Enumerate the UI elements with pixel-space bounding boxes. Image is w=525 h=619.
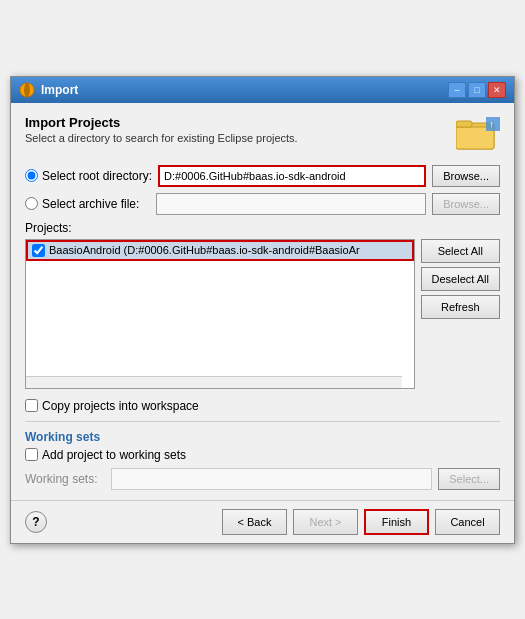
next-button[interactable]: Next > — [293, 509, 358, 535]
root-browse-button[interactable]: Browse... — [432, 165, 500, 187]
list-item[interactable]: BaasioAndroid (D:#0006.GitHub#baas.io-sd… — [26, 240, 414, 261]
working-sets-dropdown[interactable] — [111, 468, 432, 490]
eclipse-icon — [19, 82, 35, 98]
back-button[interactable]: < Back — [222, 509, 287, 535]
dialog-body: Import Projects Select a directory to se… — [11, 103, 514, 500]
working-sets-label: Working sets: — [25, 472, 105, 486]
projects-list[interactable]: BaasioAndroid (D:#0006.GitHub#baas.io-sd… — [25, 239, 415, 389]
project-checkbox[interactable] — [32, 244, 45, 257]
root-directory-radio[interactable] — [25, 169, 38, 182]
separator — [25, 421, 500, 422]
projects-buttons: Select All Deselect All Refresh — [421, 239, 500, 389]
dialog-footer: ? < Back Next > Finish Cancel — [11, 500, 514, 543]
title-bar-controls: – □ ✕ — [448, 82, 506, 98]
maximize-button[interactable]: □ — [468, 82, 486, 98]
root-directory-input[interactable] — [158, 165, 426, 187]
svg-rect-4 — [456, 121, 472, 127]
folder-icon: ↑ — [456, 115, 500, 153]
projects-section: Projects: BaasioAndroid (D:#0006.GitHub#… — [25, 221, 500, 389]
import-dialog: Import – □ ✕ Import Projects Select a di… — [10, 76, 515, 544]
header-section: Import Projects Select a directory to se… — [25, 115, 500, 153]
copy-projects-label: Copy projects into workspace — [42, 399, 199, 413]
cancel-button[interactable]: Cancel — [435, 509, 500, 535]
archive-file-label[interactable]: Select archive file: — [25, 197, 150, 211]
copy-projects-checkbox[interactable] — [25, 399, 38, 412]
working-sets-add-row: Add project to working sets — [25, 448, 500, 462]
projects-label: Projects: — [25, 221, 500, 235]
archive-browse-button[interactable]: Browse... — [432, 193, 500, 215]
help-button[interactable]: ? — [25, 511, 47, 533]
title-bar-left: Import — [19, 82, 78, 98]
finish-button[interactable]: Finish — [364, 509, 429, 535]
deselect-all-button[interactable]: Deselect All — [421, 267, 500, 291]
project-name: BaasioAndroid (D:#0006.GitHub#baas.io-sd… — [49, 244, 360, 256]
footer-right: < Back Next > Finish Cancel — [222, 509, 500, 535]
horizontal-scrollbar[interactable] — [26, 376, 402, 388]
close-button[interactable]: ✕ — [488, 82, 506, 98]
projects-container: BaasioAndroid (D:#0006.GitHub#baas.io-sd… — [25, 239, 500, 389]
page-subtitle: Select a directory to search for existin… — [25, 132, 298, 144]
footer-left: ? — [25, 511, 47, 533]
svg-point-1 — [24, 83, 30, 97]
archive-file-row: Select archive file: Browse... — [25, 193, 500, 215]
root-directory-label[interactable]: Select root directory: — [25, 169, 152, 183]
working-sets-input-row: Working sets: Select... — [25, 468, 500, 490]
minimize-button[interactable]: – — [448, 82, 466, 98]
add-to-working-sets-label: Add project to working sets — [42, 448, 186, 462]
add-to-working-sets-checkbox[interactable] — [25, 448, 38, 461]
refresh-button[interactable]: Refresh — [421, 295, 500, 319]
working-sets-title: Working sets — [25, 430, 500, 444]
svg-text:↑: ↑ — [489, 119, 494, 130]
working-sets-select-button[interactable]: Select... — [438, 468, 500, 490]
working-sets-section: Working sets Add project to working sets… — [25, 430, 500, 490]
page-title: Import Projects — [25, 115, 298, 130]
copy-projects-row: Copy projects into workspace — [25, 399, 500, 413]
archive-file-input[interactable] — [156, 193, 426, 215]
root-directory-row: Select root directory: Browse... — [25, 165, 500, 187]
title-bar-text: Import — [41, 83, 78, 97]
archive-file-radio[interactable] — [25, 197, 38, 210]
select-all-button[interactable]: Select All — [421, 239, 500, 263]
title-bar: Import – □ ✕ — [11, 77, 514, 103]
header-text: Import Projects Select a directory to se… — [25, 115, 298, 144]
